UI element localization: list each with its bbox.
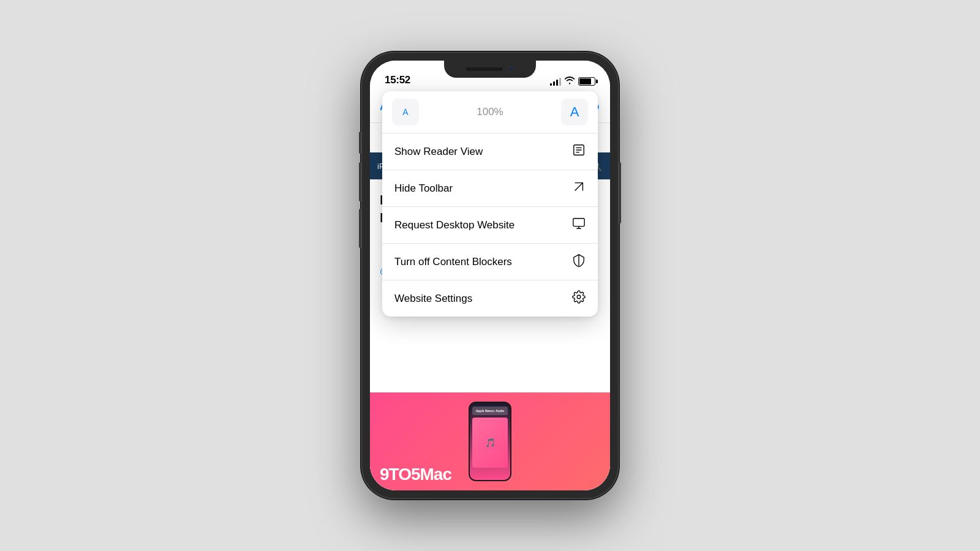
website-settings-label: Website Settings [394,293,472,305]
speaker [466,67,503,71]
phone-mockup: 15:52 [361,52,619,499]
svg-rect-5 [573,219,584,227]
banner-text: 9TO5Mac [380,465,451,484]
hide-toolbar-item[interactable]: Hide Toolbar [382,170,598,207]
volume-down-button [359,209,361,248]
turn-off-content-blockers-item[interactable]: Turn off Content Blockers [382,244,598,280]
notch [444,61,536,78]
font-size-display: 100% [419,106,561,118]
power-button [619,162,621,223]
pink-banner: Apple News+ Audio 🎵 9TO5Mac [370,392,610,490]
reader-view-icon [572,143,586,160]
mini-phone-image: Apple News+ Audio 🎵 [469,402,511,481]
gear-icon [572,290,586,307]
turn-off-content-blockers-label: Turn off Content Blockers [394,256,512,268]
volume-up-button [359,162,361,201]
content-blockers-icon [572,253,586,270]
website-settings-item[interactable]: Website Settings [382,280,598,317]
front-camera [508,66,514,72]
hide-toolbar-icon [572,180,586,197]
mute-button [359,132,361,154]
hide-toolbar-label: Hide Toolbar [394,182,453,195]
battery-icon [578,77,595,86]
signal-icon [550,77,561,86]
svg-point-8 [577,295,581,299]
status-time: 15:52 [385,74,410,86]
svg-line-4 [575,183,583,191]
desktop-icon [572,217,586,233]
font-decrease-button[interactable]: A [392,99,419,126]
request-desktop-website-label: Request Desktop Website [394,219,514,231]
font-size-row: A 100% A [382,91,598,133]
dropdown-menu: A 100% A Show Reader View Hide T [382,91,598,317]
wifi-icon [565,77,575,86]
phone-screen: 15:52 [370,61,610,490]
font-increase-button[interactable]: A [561,99,588,126]
request-desktop-website-item[interactable]: Request Desktop Website [382,207,598,244]
show-reader-view-label: Show Reader View [394,146,483,158]
show-reader-view-item[interactable]: Show Reader View [382,133,598,170]
status-icons [550,77,595,86]
